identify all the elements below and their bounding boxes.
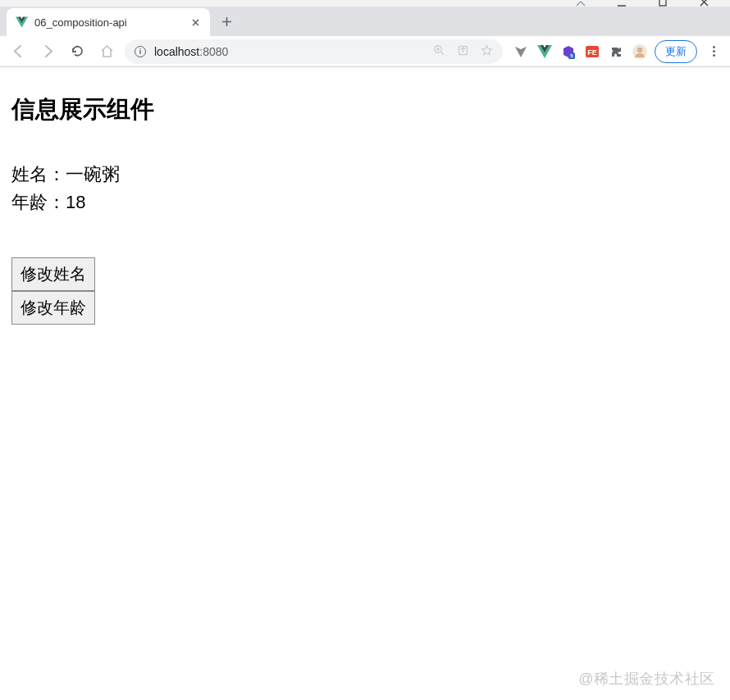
- browser-tab-bar: 06_composition-api: [0, 7, 730, 36]
- page-viewport: 信息展示组件 姓名：一碗粥 年龄：18 修改姓名 修改年龄: [0, 67, 730, 700]
- vue-favicon-icon: [15, 16, 28, 29]
- window-minimize-icon[interactable]: [610, 0, 633, 7]
- browser-toolbar: i localhost:8080 5: [0, 36, 730, 66]
- age-label: 年龄：: [11, 192, 66, 212]
- svg-point-12: [637, 47, 643, 52]
- edit-name-button[interactable]: 修改姓名: [11, 257, 95, 291]
- age-value: 18: [66, 192, 85, 212]
- profile-avatar-icon[interactable]: [632, 43, 648, 60]
- svg-line-3: [440, 52, 444, 55]
- home-button[interactable]: [95, 40, 118, 63]
- bookmark-star-icon[interactable]: [481, 44, 493, 59]
- window-close-icon[interactable]: [692, 0, 715, 7]
- window-controls: [569, 0, 727, 7]
- reload-button[interactable]: [66, 40, 89, 63]
- site-info-icon[interactable]: i: [135, 46, 146, 57]
- new-tab-button[interactable]: [215, 10, 238, 33]
- omnibox-actions: [433, 44, 493, 59]
- url-text: localhost:8080: [154, 45, 425, 58]
- svg-rect-1: [659, 0, 666, 6]
- ext-icon-vite[interactable]: [513, 43, 529, 60]
- close-tab-icon[interactable]: [189, 16, 202, 29]
- info-block: 姓名：一碗粥 年龄：18: [11, 161, 719, 216]
- age-row: 年龄：18: [11, 189, 719, 216]
- browser-menu-icon[interactable]: [704, 46, 723, 57]
- ext-icon-vue[interactable]: [536, 43, 553, 60]
- page-heading: 信息展示组件: [11, 93, 719, 126]
- browser-tab-active[interactable]: 06_composition-api: [7, 8, 210, 36]
- forward-button[interactable]: [36, 40, 59, 63]
- extensions-puzzle-icon[interactable]: [608, 43, 624, 60]
- update-label: 更新: [665, 44, 687, 59]
- extension-icons: 5 FE: [513, 43, 648, 60]
- edit-age-button[interactable]: 修改年龄: [11, 291, 95, 325]
- ext-icon-cube[interactable]: 5: [560, 43, 577, 60]
- ext-icon-fe[interactable]: FE: [584, 43, 600, 60]
- zoom-icon[interactable]: [433, 44, 445, 59]
- name-value: 一碗粥: [66, 164, 120, 184]
- name-label: 姓名：: [11, 164, 66, 184]
- address-bar[interactable]: i localhost:8080: [125, 39, 503, 64]
- browser-update-button[interactable]: 更新: [655, 40, 697, 63]
- back-button[interactable]: [7, 40, 30, 63]
- browser-tab-title: 06_composition-api: [34, 16, 189, 29]
- button-block: 修改姓名 修改年龄: [11, 257, 719, 325]
- window-restore-icon[interactable]: [569, 0, 592, 7]
- window-titlebar: [0, 0, 730, 7]
- share-icon[interactable]: [457, 44, 469, 59]
- name-row: 姓名：一碗粥: [11, 161, 719, 189]
- watermark: @稀土掘金技术社区: [578, 669, 715, 689]
- window-maximize-icon[interactable]: [651, 0, 674, 7]
- svg-text:FE: FE: [587, 48, 597, 57]
